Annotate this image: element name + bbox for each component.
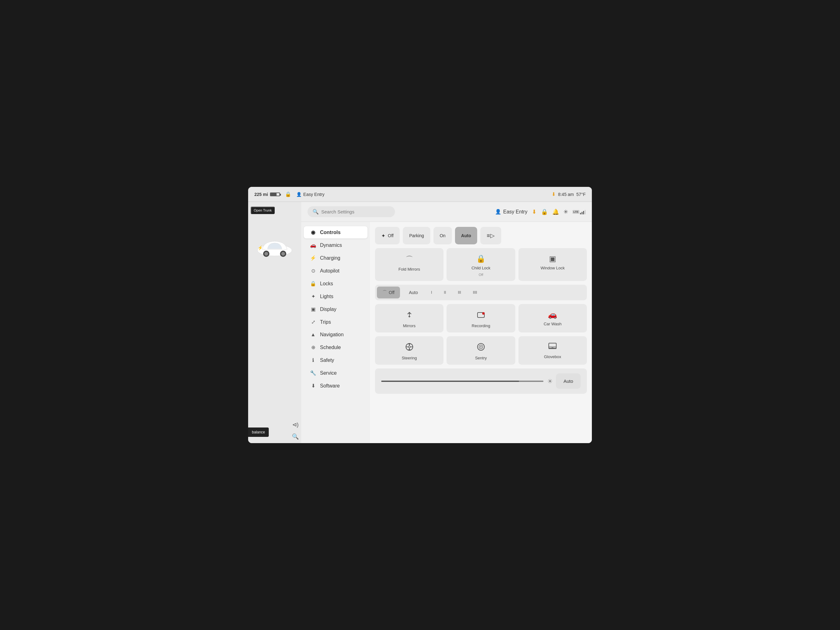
highbeam-button[interactable]: ≡▷ xyxy=(480,227,501,245)
nav-item-charging[interactable]: ⚡ Charging xyxy=(304,252,368,264)
window-lock-icon: ▣ xyxy=(549,254,556,263)
car-image-area: Open Trunk ⚡ xyxy=(248,202,301,289)
signal-area: LTE xyxy=(573,209,586,215)
controls-grid: ✦ Off Parking On Auto ≡▷ xyxy=(370,222,592,443)
mirrors-button[interactable]: Mirrors xyxy=(375,304,444,333)
time-temp: ⬇ 8:45 am 57°F xyxy=(551,191,586,197)
brightness-auto-button[interactable]: Auto xyxy=(556,373,581,389)
bluetooth-icon-header[interactable]: ✳ xyxy=(564,208,568,215)
tesla-screen: 225 mi 🔒 👤 Easy Entry ⬇ 8:45 am 57°F Ope… xyxy=(248,187,592,443)
display-icon: ▣ xyxy=(310,306,316,312)
profile-status: 👤 Easy Entry xyxy=(296,192,325,197)
speed-3-label: III xyxy=(458,290,461,295)
car-wash-icon: 🚗 xyxy=(548,310,557,319)
wiper-icon: ⌒ xyxy=(382,290,387,295)
brightness-auto-label: Auto xyxy=(564,379,573,384)
brightness-slider-area[interactable]: ☀ xyxy=(381,377,553,385)
controls-icon: ◉ xyxy=(310,229,316,235)
settings-panel: 🔍 👤 Easy Entry ⬇ 🔒 🔔 ✳ LTE xyxy=(301,202,592,443)
nav-item-display[interactable]: ▣ Display xyxy=(304,303,368,315)
nav-item-service[interactable]: 🔧 Service xyxy=(304,367,368,379)
temperature-display: 57°F xyxy=(576,192,586,197)
svg-rect-18 xyxy=(549,343,556,348)
nav-item-software[interactable]: ⬇ Software xyxy=(304,380,368,392)
svg-point-17 xyxy=(480,346,482,347)
mirrors-icon xyxy=(405,310,414,321)
svg-point-4 xyxy=(281,252,285,256)
dynamics-label: Dynamics xyxy=(320,243,342,248)
wiper-speed-3[interactable]: III xyxy=(453,287,465,298)
nav-item-dynamics[interactable]: 🚗 Dynamics xyxy=(304,239,368,251)
nav-sidebar: ◉ Controls 🚗 Dynamics ⚡ Charging ⊙ Autop… xyxy=(301,222,370,443)
nav-item-trips[interactable]: ⤢ Trips xyxy=(304,316,368,328)
search-icon: 🔍 xyxy=(313,209,319,215)
lights-icon: ✦ xyxy=(310,294,316,299)
fold-mirrors-button[interactable]: ⌒ Fold Mirrors xyxy=(375,248,444,281)
profile-section: 👤 Easy Entry xyxy=(495,209,527,215)
search-box[interactable]: 🔍 xyxy=(308,206,395,217)
speed-4-label: IIII xyxy=(473,290,477,295)
light-buttons-row: ✦ Off Parking On Auto ≡▷ xyxy=(375,227,587,245)
nav-item-safety[interactable]: ℹ Safety xyxy=(304,354,368,366)
highbeam-icon: ≡▷ xyxy=(486,232,495,239)
bottom-icons: ⊲) 🔍 xyxy=(292,421,299,440)
software-label: Software xyxy=(320,383,340,389)
steering-button[interactable]: Steering xyxy=(375,336,444,365)
locks-label: Locks xyxy=(320,281,333,287)
time-display: 8:45 am xyxy=(558,192,574,197)
dynamics-icon: 🚗 xyxy=(310,242,316,248)
fold-mirrors-label: Fold Mirrors xyxy=(398,267,420,272)
child-lock-icon: 🔒 xyxy=(476,254,486,263)
battery-info: 225 mi xyxy=(254,192,280,197)
sentry-label: Sentry xyxy=(475,355,487,360)
child-lock-button[interactable]: 🔒 Child Lock Off xyxy=(447,248,515,281)
nav-item-locks[interactable]: 🔒 Locks xyxy=(304,278,368,290)
glovebox-button[interactable]: Glovebox xyxy=(518,336,587,365)
header-right: 👤 Easy Entry ⬇ 🔒 🔔 ✳ LTE xyxy=(495,208,586,215)
lights-label: Lights xyxy=(320,294,333,299)
lock-icon-header[interactable]: 🔒 xyxy=(541,208,548,215)
window-lock-button[interactable]: ▣ Window Lock xyxy=(518,248,587,281)
battery-bar xyxy=(270,193,280,196)
sun-icon: ✦ xyxy=(381,233,385,239)
nav-item-lights[interactable]: ✦ Lights xyxy=(304,290,368,303)
svg-point-8 xyxy=(482,312,485,315)
navigation-label: Navigation xyxy=(320,332,344,338)
wiper-speed-1[interactable]: I xyxy=(426,287,436,298)
search-input[interactable] xyxy=(321,209,384,215)
nav-item-navigation[interactable]: ▲ Navigation xyxy=(304,329,368,341)
child-lock-label: Child Lock xyxy=(472,265,491,270)
action-grid-top: Mirrors Recording xyxy=(375,304,587,333)
wiper-speed-2[interactable]: II xyxy=(440,287,451,298)
media-icon[interactable]: ⊲) xyxy=(292,421,299,428)
nav-item-autopilot[interactable]: ⊙ Autopilot xyxy=(304,265,368,277)
recording-button[interactable]: Recording xyxy=(447,304,515,333)
light-off-label: Off xyxy=(388,233,393,238)
light-off-button[interactable]: ✦ Off xyxy=(375,227,400,245)
mirrors-label: Mirrors xyxy=(403,324,415,328)
wiper-off-label: Off xyxy=(389,290,395,295)
nav-item-controls[interactable]: ◉ Controls xyxy=(304,226,368,238)
download-icon-header[interactable]: ⬇ xyxy=(532,208,537,215)
search-icon-bottom[interactable]: 🔍 xyxy=(292,433,299,440)
brightness-row: ☀ Auto xyxy=(375,368,587,394)
wiper-auto-button[interactable]: Auto xyxy=(403,287,423,298)
profile-name-status: Easy Entry xyxy=(303,192,325,197)
auto-lights-button[interactable]: Auto xyxy=(455,227,477,245)
wiper-off-button[interactable]: ⌒ Off xyxy=(377,287,400,298)
parking-button[interactable]: Parking xyxy=(403,227,430,245)
open-trunk-button[interactable]: Open Trunk xyxy=(251,207,275,214)
car-wash-button[interactable]: 🚗 Car Wash xyxy=(518,304,587,333)
sentry-button[interactable]: Sentry xyxy=(447,336,515,365)
wipers-row: ⌒ Off Auto I II III xyxy=(375,285,587,300)
safety-icon: ℹ xyxy=(310,357,316,363)
bell-icon-header[interactable]: 🔔 xyxy=(552,208,559,215)
charging-label: Charging xyxy=(320,255,340,261)
wiper-speed-4[interactable]: IIII xyxy=(469,287,481,298)
schedule-label: Schedule xyxy=(320,345,341,350)
svg-text:⚡: ⚡ xyxy=(257,245,263,251)
nav-item-schedule[interactable]: ⊕ Schedule xyxy=(304,341,368,354)
balance-button[interactable]: balance xyxy=(248,428,269,437)
lights-on-button[interactable]: On xyxy=(433,227,452,245)
brightness-slider[interactable] xyxy=(381,381,543,382)
